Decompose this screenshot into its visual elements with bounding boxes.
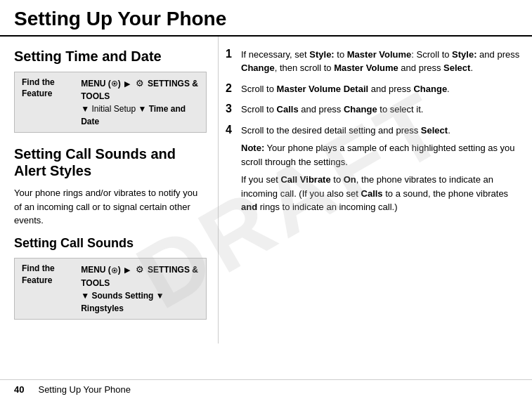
content-area: Setting Time and Date Find the Feature M… <box>0 37 532 344</box>
path-line-1a: MENU () ▶ ⚙ SETTINGS & TOOLS <box>81 77 199 103</box>
arrow-down-3: ▼ <box>81 291 91 301</box>
master-volume-detail-bold: Master Volume Detail <box>277 84 369 94</box>
ringstyles-text: Ringstyles <box>81 303 124 313</box>
arrow-down-1: ▼ <box>81 104 91 114</box>
initial-setup-text: Initial Setup <box>91 104 138 114</box>
step-2-number: 2 <box>226 82 241 95</box>
step-3-number: 3 <box>226 103 241 115</box>
menu-paren-2: ) <box>118 265 121 275</box>
menu-text-2: MENU ( <box>81 265 111 275</box>
select-bold-1: Select <box>443 63 470 73</box>
section2-title: Setting Call Sounds and Alert Styles <box>14 145 207 179</box>
left-column: Setting Time and Date Find the Feature M… <box>0 37 218 344</box>
step-3-content: Scroll to Calls and press Change to sele… <box>241 103 521 117</box>
section3-title: Setting Call Sounds <box>14 236 207 251</box>
and-bold: and <box>241 202 257 212</box>
note-label: Note: <box>241 143 264 153</box>
step-4: 4 Scroll to the desired detail setting a… <box>226 124 521 214</box>
sounds-setting-text: Sounds Setting <box>91 291 153 301</box>
call-vibrate-bold: Call Vibrate <box>280 174 330 185</box>
arrow-icon-1: ▶ <box>124 79 130 88</box>
find-feature-box-2: Find the Feature MENU () ▶ ⚙ SETTINGS & … <box>14 258 207 320</box>
page: DRAFT Setting Up Your Phone Setting Time… <box>0 0 532 399</box>
select-bold-2: Select <box>421 125 448 136</box>
menu-text: MENU ( <box>81 79 111 89</box>
step-1: 1 If necessary, set Style: to Master Vol… <box>226 48 521 75</box>
step-4-number: 4 <box>226 124 241 136</box>
master-volume-bold-1: Master Volume <box>347 49 412 60</box>
change-bold-2: Change <box>413 84 447 94</box>
step-3: 3 Scroll to Calls and press Change to se… <box>226 103 521 117</box>
right-column: 1 If necessary, set Style: to Master Vol… <box>218 37 532 344</box>
page-title: Setting Up Your Phone <box>14 7 518 31</box>
menu-paren: ) <box>118 79 121 89</box>
extra-text-block: If you set Call Vibrate to On, the phone… <box>241 173 521 214</box>
footer-title: Setting Up Your Phone <box>38 384 131 395</box>
change-bold-3: Change <box>344 104 377 115</box>
step-1-content: If necessary, set Style: to Master Volum… <box>241 48 521 75</box>
calls-bold-2: Calls <box>361 188 383 199</box>
steps-list: 1 If necessary, set Style: to Master Vol… <box>226 48 521 214</box>
step-1-number: 1 <box>226 48 241 60</box>
step-4-content: Scroll to the desired detail setting and… <box>241 124 521 214</box>
style-bold-1: Style: <box>309 49 334 60</box>
menu-dot-icon <box>112 81 117 86</box>
note-block: Note: Your phone plays a sample of each … <box>241 141 521 169</box>
page-header: Setting Up Your Phone <box>0 0 532 37</box>
page-footer: 40 Setting Up Your Phone <box>0 379 532 399</box>
path-line-1b: ▼ Initial Setup ▼ Time and Date <box>81 103 199 128</box>
section1-title: Setting Time and Date <box>14 48 207 65</box>
master-volume-bold-2: Master Volume <box>334 63 398 73</box>
find-feature-box-1: Find the Feature MENU () ▶ ⚙ SETTINGS & … <box>14 72 207 133</box>
path-line-2a: MENU () ▶ ⚙ SETTINGS & TOOLS <box>81 263 199 289</box>
find-feature-label-1: Find the Feature <box>22 77 74 129</box>
footer-page-number: 40 <box>14 384 24 395</box>
on-bold: On <box>344 174 356 185</box>
gear-icon-2: ⚙ <box>136 263 144 277</box>
find-feature-path-1: MENU () ▶ ⚙ SETTINGS & TOOLS ▼ Initial S… <box>81 77 199 129</box>
step-2-content: Scroll to Master Volume Detail and press… <box>241 82 521 96</box>
arrow-down-2: ▼ <box>138 104 148 114</box>
style-bold-2: Style: <box>452 49 476 60</box>
section2-body: Your phone rings and/or vibrates to noti… <box>14 186 207 228</box>
menu-dot-icon-2 <box>112 268 117 273</box>
gear-icon-1: ⚙ <box>136 77 144 91</box>
path-line-2b: ▼ Sounds Setting ▼ Ringstyles <box>81 289 199 315</box>
step-2: 2 Scroll to Master Volume Detail and pre… <box>226 82 521 96</box>
arrow-icon-2: ▶ <box>124 266 130 274</box>
arrow-down-4: ▼ <box>153 291 164 301</box>
calls-bold-1: Calls <box>277 104 299 115</box>
find-feature-path-2: MENU () ▶ ⚙ SETTINGS & TOOLS ▼ Sounds Se… <box>81 263 199 315</box>
change-bold-1: Change <box>241 63 275 73</box>
note-text: Your phone plays a sample of each highli… <box>241 143 515 167</box>
find-feature-label-2: Find the Feature <box>22 263 74 315</box>
